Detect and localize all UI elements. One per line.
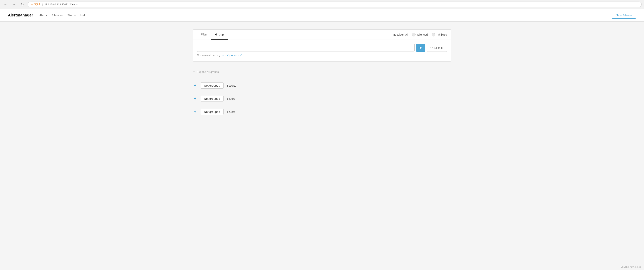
filter-panel: Filter Group Receiver: All Silenced Inhi… <box>193 29 451 62</box>
address-url: 192.168.0.113:30082/#/alerts <box>45 3 78 6</box>
nav-status[interactable]: Status <box>67 13 76 18</box>
app-title: Alertmanager <box>8 13 33 18</box>
group-expand-btn-1[interactable]: + <box>193 83 198 88</box>
group-expand-btn-2[interactable]: + <box>193 96 198 101</box>
browser-chrome: ← → ↻ ⚠ 不安全 | 192.168.0.113:30082/#/aler… <box>0 0 644 9</box>
silenced-toggle-circle[interactable] <box>412 33 416 37</box>
main-content: Filter Group Receiver: All Silenced Inhi… <box>185 29 459 118</box>
add-filter-button[interactable]: + <box>416 44 425 52</box>
expand-all-row: + Expand all groups <box>193 68 451 76</box>
inhibited-label: Inhibited <box>437 33 447 36</box>
tab-filter[interactable]: Filter <box>197 30 211 40</box>
new-silence-button[interactable]: New Silence <box>612 12 636 19</box>
group-expand-btn-3[interactable]: + <box>193 110 198 114</box>
expand-all-icon[interactable]: + <box>193 70 195 74</box>
group-alert-count-1: 3 alerts <box>227 84 236 87</box>
silence-btn-label: Silence <box>434 46 443 49</box>
group-row-2: + Not grouped 1 alert <box>193 92 451 105</box>
reload-button[interactable]: ↻ <box>20 2 25 7</box>
nav-silences[interactable]: Silences <box>52 13 63 18</box>
expand-all-label: Expand all groups <box>197 70 219 74</box>
main-nav: Alerts Silences Status Help <box>39 13 86 18</box>
groups-section: + Expand all groups + Not grouped 3 aler… <box>193 68 451 118</box>
group-name-badge-3: Not grouped <box>201 109 224 115</box>
tabs: Filter Group <box>197 30 228 40</box>
filter-text-input[interactable] <box>197 44 414 52</box>
group-alert-count-3: 1 alert <box>227 110 235 113</box>
address-bar[interactable]: ⚠ 不安全 | 192.168.0.113:30082/#/alerts <box>28 2 642 7</box>
tabs-row: Filter Group Receiver: All Silenced Inhi… <box>193 30 451 40</box>
group-name-badge-2: Not grouped <box>201 96 224 102</box>
forward-button[interactable]: → <box>11 2 17 7</box>
header-left: Alertmanager Alerts Silences Status Help <box>8 13 86 18</box>
address-separator: | <box>42 3 43 6</box>
group-row-1: + Not grouped 3 alerts <box>193 79 451 92</box>
hint-prefix: Custom matcher, e.g. <box>197 54 221 57</box>
security-warning: ⚠ 不安全 <box>31 3 41 6</box>
group-row-3: + Not grouped 1 alert <box>193 105 451 118</box>
tab-group[interactable]: Group <box>211 30 228 40</box>
silence-icon: ✂ <box>430 46 433 49</box>
nav-alerts[interactable]: Alerts <box>39 13 47 18</box>
hint-example-link[interactable]: env="production" <box>222 54 242 57</box>
group-alert-count-2: 1 alert <box>227 97 235 100</box>
hint-text: Custom matcher, e.g. env="production" <box>197 54 447 57</box>
receiver-label: Receiver: All <box>393 33 408 36</box>
group-name-badge-1: Not grouped <box>201 83 224 89</box>
tab-controls: Receiver: All Silenced Inhibited <box>393 33 447 37</box>
silence-button[interactable]: ✂ Silence <box>427 44 447 52</box>
filter-input-area: + ✂ Silence Custom matcher, e.g. env="pr… <box>193 40 451 61</box>
silenced-label: Silenced <box>417 33 428 36</box>
silenced-toggle-group[interactable]: Silenced <box>412 33 428 37</box>
inhibited-toggle-group[interactable]: Inhibited <box>432 33 447 37</box>
app-header: Alertmanager Alerts Silences Status Help… <box>0 9 644 22</box>
nav-help[interactable]: Help <box>80 13 86 18</box>
filter-input-row: + ✂ Silence <box>197 44 447 52</box>
back-button[interactable]: ← <box>2 2 8 7</box>
inhibited-toggle-circle[interactable] <box>432 33 435 37</box>
